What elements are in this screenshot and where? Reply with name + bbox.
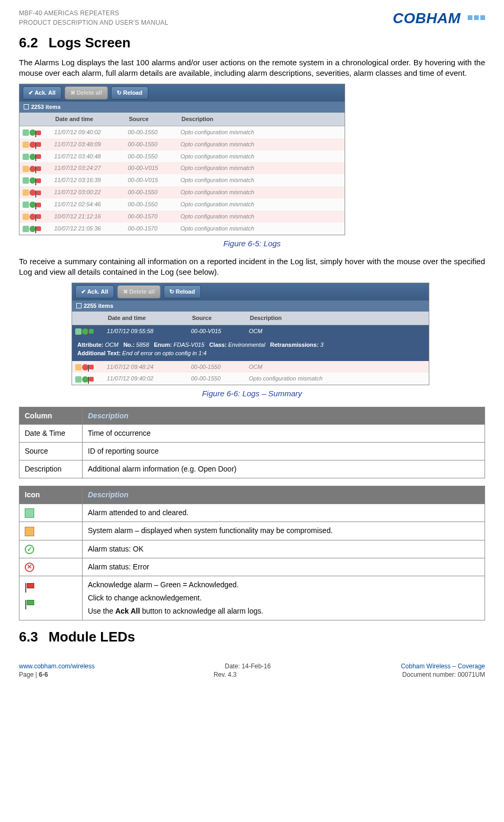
- col-icons: [72, 312, 104, 325]
- body-para-2: To receive a summary containing all info…: [19, 256, 485, 278]
- table-row[interactable]: 11/07/12 03:24:2700-00-V015Opto configur…: [19, 162, 345, 174]
- header-line2: PRODUCT DESCRIPTION AND USER'S MANUAL: [19, 18, 168, 27]
- delete-all-button[interactable]: ✖ Delete all: [65, 86, 108, 99]
- table-row[interactable]: 11/07/12 03:16:3900-00-V015Opto configur…: [19, 174, 345, 186]
- cell-icon: [19, 576, 83, 620]
- thead-column: Column: [19, 407, 83, 425]
- cell-desc: System alarm – displayed when system fun…: [83, 522, 485, 540]
- ack-all-button[interactable]: ✔ Ack. All: [23, 86, 62, 99]
- cell-desc: Alarm attended to and cleared.: [83, 504, 485, 522]
- err-icon: [25, 563, 34, 572]
- collapse-icon[interactable]: [24, 104, 29, 109]
- page-header: MBF-40 AMERICAS REPEATERS PRODUCT DESCRI…: [19, 8, 485, 28]
- section-number: 6.2: [19, 35, 38, 51]
- logs-summary-screenshot: ✔ Ack. All ✖ Delete all ↻ Reload 2255 it…: [72, 283, 429, 385]
- table-row: Acknowledge alarm – Green = Acknowledged…: [19, 576, 485, 620]
- row-status-icons: [19, 126, 51, 138]
- cell-desc: Alarm status: Error: [83, 558, 485, 576]
- cell-source: 00-00-V015: [125, 174, 177, 186]
- col-datetime: Date and time: [104, 312, 188, 325]
- thead-description: Description: [83, 486, 485, 504]
- cell-column: Date & Time: [19, 425, 83, 443]
- table-row[interactable]: 11/07/12 09:40:02 00-00-1550 Opto config…: [72, 373, 429, 385]
- cell-icon: [19, 558, 83, 576]
- row-status-icons: [19, 138, 51, 151]
- cell-source: 00-00-1570: [125, 210, 177, 223]
- table-row: DescriptionAdditional alarm information …: [19, 460, 485, 478]
- row-status-icons: [19, 162, 51, 174]
- cell-desc: Opto configuration mismatch: [177, 138, 345, 151]
- cell-desc: Opto configuration mismatch: [177, 198, 345, 210]
- cell-icon: [19, 540, 83, 558]
- cell-desc: ID of reporting source: [83, 443, 485, 460]
- cell-source: 00-00-V015: [188, 325, 246, 337]
- page-footer: www.cobham.com/wireless Date: 14-Feb-16 …: [19, 662, 485, 679]
- logs-table: Date and time Source Description 11/07/1…: [19, 113, 345, 234]
- cell-column: Source: [19, 443, 83, 460]
- icon-definitions-table: Icon Description Alarm attended to and c…: [19, 486, 485, 620]
- cell-source: 00-00-V015: [125, 162, 177, 174]
- table-row[interactable]: 11/07/12 09:40:0200-00-1550Opto configur…: [19, 126, 345, 138]
- section-6-3-heading: 6.3Module LEDs: [19, 628, 485, 646]
- footer-url[interactable]: www.cobham.com/wireless: [19, 663, 95, 670]
- table-row[interactable]: 11/07/12 02:54:4600-00-1550Opto configur…: [19, 198, 345, 210]
- cell-icon: [19, 522, 83, 540]
- cell-datetime: 11/07/12 09:55:58: [104, 325, 188, 337]
- col-datetime: Date and time: [51, 113, 125, 126]
- cell-source: 00-00-1550: [125, 198, 177, 210]
- section-title: Module LEDs: [48, 629, 135, 645]
- cell-source: 00-00-1550: [188, 373, 246, 385]
- row-status-icons: [19, 210, 51, 223]
- table-row: Alarm status: OK: [19, 540, 485, 558]
- delete-all-button[interactable]: ✖ Delete all: [117, 285, 160, 298]
- logs-screenshot: ✔ Ack. All ✖ Delete all ↻ Reload 2253 it…: [19, 84, 345, 235]
- column-definitions-table: Column Description Date & TimeTime of oc…: [19, 407, 485, 479]
- cell-desc: Opto configuration mismatch: [177, 162, 345, 174]
- table-row[interactable]: 11/07/12 03:48:0900-00-1550Opto configur…: [19, 138, 345, 151]
- table-row[interactable]: 11/07/12 09:48:24 00-00-1550 OCM: [72, 361, 429, 373]
- cell-desc: OCM: [246, 325, 429, 337]
- table-row: SourceID of reporting source: [19, 443, 485, 460]
- user-icon: [25, 527, 34, 536]
- reload-button[interactable]: ↻ Reload: [111, 86, 148, 99]
- cell-datetime: 11/07/12 09:48:24: [104, 361, 188, 373]
- table-row[interactable]: 11/07/12 03:40:4800-00-1550Opto configur…: [19, 151, 345, 163]
- items-count-bar: 2255 items: [72, 300, 429, 312]
- collapse-icon[interactable]: [76, 303, 82, 308]
- cell-desc: Additional alarm information (e.g. Open …: [83, 460, 485, 478]
- row-status-icons: [19, 198, 51, 210]
- ack-all-button[interactable]: ✔ Ack. All: [75, 285, 114, 298]
- cell-source: 00-00-1550: [125, 186, 177, 198]
- table-row[interactable]: 10/07/12 21:05:3600-00-1570Opto configur…: [19, 223, 345, 235]
- header-line1: MBF-40 AMERICAS REPEATERS: [19, 8, 168, 18]
- footer-date: Date: 14-Feb-16: [225, 662, 270, 670]
- items-count: 2255 items: [84, 303, 113, 309]
- table-row: Date & TimeTime of occurrence: [19, 425, 485, 443]
- row-status-icons: [19, 151, 51, 163]
- table-row-selected[interactable]: 11/07/12 09:55:58 00-00-V015 OCM: [72, 325, 429, 337]
- thead-icon: Icon: [19, 486, 83, 504]
- col-source: Source: [125, 113, 177, 126]
- cell-desc: Acknowledge alarm – Green = Acknowledged…: [83, 576, 485, 620]
- cell-source: 00-00-1550: [188, 361, 246, 373]
- clr-icon: [25, 508, 34, 518]
- cell-datetime: 11/07/12 03:24:27: [51, 162, 125, 174]
- row-status-icons: [19, 223, 51, 235]
- items-count-bar: 2253 items: [19, 102, 345, 113]
- cell-datetime: 10/07/12 21:12:16: [51, 210, 125, 223]
- cell-desc: Opto configuration mismatch: [177, 126, 345, 138]
- reload-button[interactable]: ↻ Reload: [164, 285, 201, 298]
- cell-desc: Opto configuration mismatch: [246, 373, 429, 385]
- brand-name: COBHAM: [393, 10, 461, 26]
- cell-source: 00-00-1550: [125, 151, 177, 163]
- row-status-icons: [72, 361, 104, 373]
- row-status-icons: [19, 186, 51, 198]
- logs-summary-table: Date and time Source Description 11/07/1…: [72, 312, 429, 385]
- cell-desc: Opto configuration mismatch: [177, 210, 345, 223]
- table-row: Alarm attended to and cleared.: [19, 504, 485, 522]
- section-number: 6.3: [19, 629, 38, 645]
- table-row[interactable]: 10/07/12 21:12:1600-00-1570Opto configur…: [19, 210, 345, 223]
- items-count: 2253 items: [31, 104, 61, 110]
- table-row[interactable]: 11/07/12 03:00:2200-00-1550Opto configur…: [19, 186, 345, 198]
- header-left: MBF-40 AMERICAS REPEATERS PRODUCT DESCRI…: [19, 8, 168, 27]
